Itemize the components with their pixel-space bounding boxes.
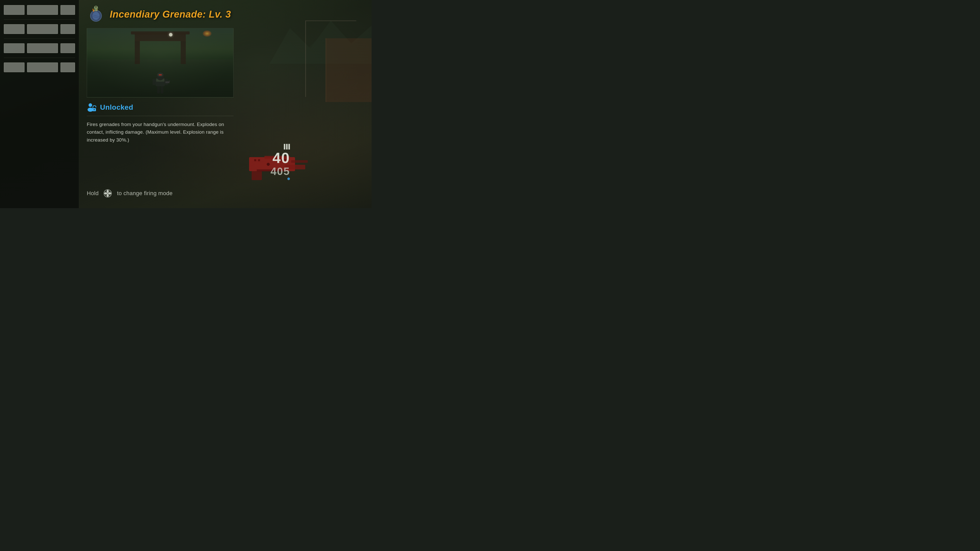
sidebar-row-4 (4, 62, 75, 72)
sidebar-row-3 (4, 43, 75, 53)
grenade-icon (87, 5, 105, 24)
ammo-bars (270, 144, 290, 149)
controller-button-icon (103, 189, 112, 198)
svg-rect-8 (254, 159, 256, 161)
svg-point-40 (107, 192, 108, 194)
unlock-icon (87, 103, 97, 112)
svg-point-38 (104, 192, 107, 194)
sidebar-item-2a[interactable] (4, 24, 24, 34)
structure (326, 38, 372, 102)
sidebar-item-3a[interactable] (4, 43, 24, 53)
ammo-display: 40 405 (270, 144, 290, 178)
sidebar-row-2 (4, 24, 75, 34)
sidebar-divider-2 (4, 38, 75, 39)
ammo-count-reserve: 405 (270, 165, 290, 178)
item-title: Incendiary Grenade: Lv. 3 (110, 9, 231, 20)
svg-point-39 (108, 192, 111, 194)
svg-point-32 (88, 108, 93, 112)
sidebar-item-4b[interactable] (27, 62, 58, 72)
sidebar-row-1 (4, 5, 75, 15)
ammo-bar-3 (288, 144, 290, 149)
sidebar-item-3c[interactable] (60, 43, 75, 53)
sidebar-item-2c[interactable] (60, 24, 75, 34)
ammo-bar-2 (286, 144, 288, 149)
svg-rect-6 (291, 160, 308, 163)
hold-label: Hold (87, 190, 99, 197)
scene-fog (87, 28, 233, 97)
svg-point-34 (94, 109, 95, 110)
sidebar-item-2b[interactable] (27, 24, 58, 34)
status-row: Unlocked (87, 103, 260, 112)
sidebar-panel (0, 0, 79, 208)
svg-point-10 (267, 163, 270, 166)
ammo-bar-1 (284, 144, 285, 149)
bottom-hud: Hold to change firing mode (87, 189, 172, 198)
status-text: Unlocked (100, 103, 133, 111)
sidebar-item-3b[interactable] (27, 43, 58, 53)
item-description: Fires grenades from your handgun's under… (87, 121, 232, 144)
svg-point-36 (107, 190, 109, 193)
sidebar-item-4a[interactable] (4, 62, 24, 72)
preview-scene (87, 28, 233, 97)
svg-point-37 (107, 194, 109, 197)
ammo-count-main: 40 (270, 151, 290, 165)
svg-rect-4 (251, 171, 262, 180)
right-scene (244, 0, 372, 208)
preview-image (87, 28, 234, 97)
firing-mode-label: to change firing mode (117, 190, 172, 197)
svg-point-31 (89, 103, 92, 107)
sidebar-divider-1 (4, 19, 75, 20)
title-row: Incendiary Grenade: Lv. 3 (87, 5, 260, 24)
sidebar-item-4c[interactable] (60, 62, 75, 72)
main-panel: Incendiary Grenade: Lv. 3 (87, 0, 260, 149)
sidebar-item-1b[interactable] (27, 5, 58, 15)
sidebar-item-1a[interactable] (4, 5, 24, 15)
svg-point-12 (287, 178, 290, 180)
svg-rect-9 (258, 159, 260, 161)
sidebar-item-1c[interactable] (60, 5, 75, 15)
